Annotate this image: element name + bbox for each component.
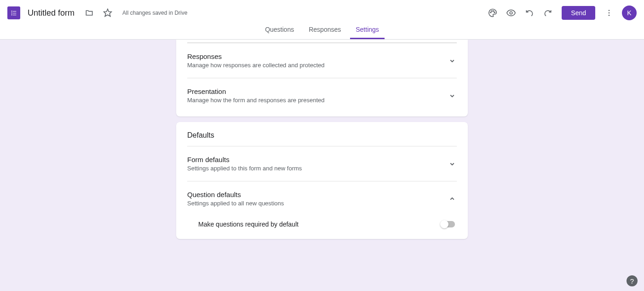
svg-rect-1 <box>13 11 16 12</box>
undo-button[interactable] <box>521 5 538 21</box>
svg-rect-0 <box>12 11 12 12</box>
folder-icon <box>85 8 94 17</box>
svg-marker-6 <box>104 9 112 17</box>
presentation-section[interactable]: Presentation Manage how the form and res… <box>187 78 457 116</box>
responses-section-desc: Manage how responses are collected and p… <box>187 62 448 69</box>
question-defaults-desc: Settings applied to all new questions <box>187 200 448 207</box>
move-to-folder-button[interactable] <box>81 5 98 21</box>
customize-theme-button[interactable] <box>484 5 501 21</box>
defaults-card: Defaults Form defaults Settings applied … <box>176 122 468 239</box>
svg-point-13 <box>609 12 610 14</box>
star-button[interactable] <box>99 5 116 21</box>
palette-icon <box>488 8 498 18</box>
responses-section-title: Responses <box>187 52 448 60</box>
main-tabs: Questions Responses Settings <box>0 26 644 40</box>
svg-point-7 <box>490 12 491 13</box>
question-defaults-title: Question defaults <box>187 191 448 198</box>
tab-questions[interactable]: Questions <box>259 26 299 39</box>
save-status: All changes saved in Drive <box>122 10 187 16</box>
required-by-default-label: Make questions required by default <box>198 221 441 228</box>
svg-rect-5 <box>13 15 16 15</box>
help-button[interactable]: ? <box>627 275 638 286</box>
more-vertical-icon <box>605 9 613 17</box>
chevron-down-icon <box>448 159 457 169</box>
svg-point-10 <box>494 12 495 13</box>
svg-point-9 <box>493 11 494 12</box>
forms-logo-icon <box>10 9 17 17</box>
svg-point-14 <box>609 15 610 16</box>
app-header: Untitled form All changes saved in Drive… <box>0 0 644 26</box>
presentation-section-title: Presentation <box>187 87 448 95</box>
settings-card: Responses Manage how responses are colle… <box>176 40 468 116</box>
required-by-default-toggle[interactable] <box>441 221 455 227</box>
tab-responses[interactable]: Responses <box>303 26 346 39</box>
question-defaults-section[interactable]: Question defaults Settings applied to al… <box>187 181 457 213</box>
eye-icon <box>506 8 516 18</box>
svg-rect-4 <box>12 14 12 15</box>
star-icon <box>103 8 112 17</box>
svg-point-11 <box>510 12 513 14</box>
presentation-section-desc: Manage how the form and responses are pr… <box>187 97 448 104</box>
undo-icon <box>525 8 534 17</box>
responses-section[interactable]: Responses Manage how responses are colle… <box>187 43 457 78</box>
defaults-header: Defaults <box>187 122 457 146</box>
chevron-up-icon <box>448 194 457 204</box>
svg-rect-3 <box>13 13 16 13</box>
svg-point-8 <box>492 11 493 12</box>
chevron-down-icon <box>448 91 457 100</box>
redo-button[interactable] <box>540 5 556 21</box>
more-options-button[interactable] <box>601 5 617 21</box>
preview-button[interactable] <box>503 5 519 21</box>
toggle-knob <box>440 220 448 228</box>
settings-content: Responses Manage how responses are colle… <box>0 40 644 244</box>
chevron-down-icon <box>448 56 457 65</box>
form-defaults-section[interactable]: Form defaults Settings applied to this f… <box>187 146 457 181</box>
send-button[interactable]: Send <box>562 6 595 20</box>
redo-icon <box>543 8 552 17</box>
form-defaults-desc: Settings applied to this form and new fo… <box>187 165 448 172</box>
forms-logo[interactable] <box>7 6 20 19</box>
required-by-default-row: Make questions required by default <box>187 213 457 239</box>
form-defaults-title: Form defaults <box>187 156 448 163</box>
tab-settings[interactable]: Settings <box>350 26 385 39</box>
form-title[interactable]: Untitled form <box>28 8 75 18</box>
svg-point-12 <box>609 10 610 11</box>
account-avatar[interactable]: K <box>622 6 637 20</box>
svg-rect-2 <box>12 12 12 13</box>
